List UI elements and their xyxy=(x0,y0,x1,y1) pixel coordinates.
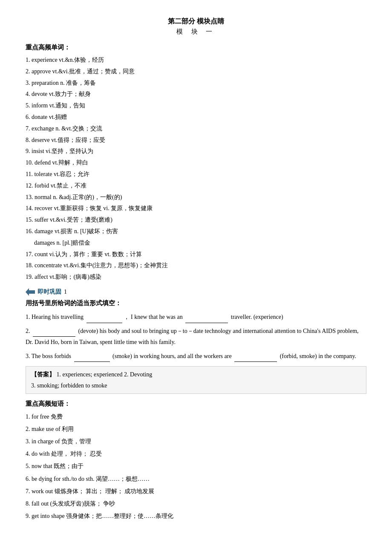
list-item: 8. deserve vt.值得；应得；应受 xyxy=(26,135,366,145)
list-item: 2. make use of 利用 xyxy=(26,424,366,434)
answer-label: 【答案】 xyxy=(31,371,55,378)
page-title: 第二部分 模块点睛 xyxy=(26,17,366,26)
fill-blank-instruction: 用括号里所给词的适当形式填空： xyxy=(26,299,366,307)
exercise-2: 2. (devote) his body and soul to bringin… xyxy=(26,326,366,348)
answer-box: 【答案】 1. experiences; experienced 2. Devo… xyxy=(26,366,366,393)
phrase-list: 1. for free 免费 2. make use of 利用 3. in c… xyxy=(26,411,366,522)
list-item: 6. be dying for sth./to do sth. 渴望……；极想…… xyxy=(26,474,366,484)
ex1-text-after: traveller. (experience) xyxy=(231,314,283,320)
list-item: 3. in charge of 负责，管理 xyxy=(26,436,366,447)
list-item: damages n. [pl.]赔偿金 xyxy=(34,238,366,248)
list-item: 9. get into shape 强身健体；把……整理好；使……条理化 xyxy=(26,511,366,521)
practice-header: 即时巩固 1 xyxy=(26,288,366,296)
list-item: 15. suffer vt.&vi.受苦；遭受(磨难) xyxy=(26,215,366,225)
list-item: 17. count vi.认为，算作；重要 vt. 数数；计算 xyxy=(26,249,366,260)
list-item: 5. now that 既然；由于 xyxy=(26,461,366,471)
list-item: 19. affect vt.影响；(病毒)感染 xyxy=(26,272,366,282)
vocab-list: 1. experience vt.&n.体验，经历 2. approve vt.… xyxy=(26,55,366,282)
exercise-1: 1. Hearing his travelling ， I knew that … xyxy=(26,312,366,323)
list-item: 3. preparation n. 准备，筹备 xyxy=(26,78,366,88)
ex2-blank1 xyxy=(33,330,75,337)
list-item: 16. damage vt.损害 n. [U]破坏；伤害 xyxy=(26,226,366,237)
ex3-blank1 xyxy=(74,355,110,362)
ex1-blank2 xyxy=(185,316,228,323)
list-item: 13. normal n. &adj.正常(的)，一般(的) xyxy=(26,192,366,202)
svg-marker-0 xyxy=(26,288,35,296)
list-item: 6. donate vt.捐赠 xyxy=(26,112,366,122)
list-item: 4. do with 处理， 对待； 忍受 xyxy=(26,448,366,459)
list-item: 14. recover vt.重新获得；恢复 vi. 复原，恢复健康 xyxy=(26,203,366,214)
list-item: 12. forbid vt.禁止，不准 xyxy=(26,181,366,191)
ex3-text-before: 3. The boss forbids xyxy=(26,353,71,359)
list-item: 8. fall out (头发或牙齿)脱落； 争吵 xyxy=(26,498,366,509)
phrase-section-title: 重点高频短语： xyxy=(26,400,366,408)
vocab-section-title: 重点高频单词： xyxy=(26,43,366,52)
list-item: 9. insist vi.坚持，坚持认为 xyxy=(26,146,366,156)
ex1-text-middle: I knew that he was an xyxy=(131,314,183,320)
ex1-blank1 xyxy=(86,316,122,323)
list-item: 2. approve vt.&vi.批准，通过；赞成，同意 xyxy=(26,66,366,77)
answer-line-2: 3. smoking; forbidden to smoke xyxy=(31,382,107,389)
exercise-3: 3. The boss forbids (smoke) in working h… xyxy=(26,351,366,362)
list-item: 10. defend vt.辩解，辩白 xyxy=(26,158,366,168)
list-item: 7. work out 锻炼身体； 算出； 理解； 成功地发展 xyxy=(26,486,366,497)
list-item: 5. inform vt.通知，告知 xyxy=(26,101,366,111)
ex2-text: (devote) his body and soul to bringing u… xyxy=(26,328,359,346)
list-item: 11. tolerate vt.容忍；允许 xyxy=(26,169,366,179)
ex3-text-mid1: (smoke) in working hours, and all the wo… xyxy=(112,353,232,359)
page-subtitle: 模 块 一 xyxy=(26,28,366,36)
answer-line-1: 1. experiences; experienced 2. Devoting xyxy=(57,371,153,378)
list-item: 18. concentrate vt.&vi.集中(注意力，思想等)；全神贯注 xyxy=(26,260,366,271)
list-item: 1. for free 免费 xyxy=(26,411,366,422)
list-item: 7. exchange n. &vt.交换；交流 xyxy=(26,124,366,134)
practice-title-text: 即时巩固 xyxy=(37,288,61,296)
ex1-text-before: 1. Hearing his travelling xyxy=(26,314,84,320)
ex3-text-mid2: (forbid, smoke) in the company. xyxy=(280,353,357,359)
practice-number: 1 xyxy=(64,289,67,295)
list-item: 4. devote vt.致力于；献身 xyxy=(26,89,366,99)
list-item: 1. experience vt.&n.体验，经历 xyxy=(26,55,366,65)
ex3-blank2 xyxy=(234,355,277,362)
practice-icon xyxy=(26,288,35,296)
ex2-number: 2. xyxy=(26,328,30,334)
